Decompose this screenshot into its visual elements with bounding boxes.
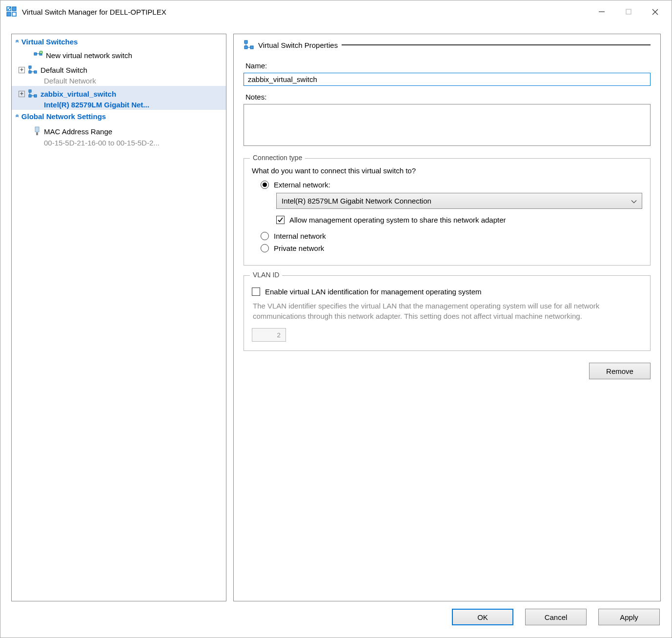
vlan-enable-checkbox[interactable] xyxy=(252,288,260,296)
new-switch-icon xyxy=(33,51,43,60)
nic-icon xyxy=(33,126,41,136)
radio-external[interactable] xyxy=(261,181,269,189)
apply-button[interactable]: Apply xyxy=(598,609,660,625)
switch-icon xyxy=(244,40,254,50)
tree-header-label: Global Network Settings xyxy=(21,112,106,121)
svg-rect-14 xyxy=(34,71,37,73)
left-tree-pane: » Virtual Switches New virtual network s… xyxy=(11,34,226,601)
vlan-group: VLAN ID Enable virtual LAN identificatio… xyxy=(244,275,651,351)
window-frame: Virtual Switch Manager for DELL-OPTIPLEX… xyxy=(0,0,672,638)
minimize-button[interactable] xyxy=(588,2,615,21)
switch-icon xyxy=(28,65,38,74)
cancel-button[interactable]: Cancel xyxy=(525,609,587,625)
switch-icon xyxy=(28,89,38,98)
app-icon xyxy=(6,6,17,17)
tree-header-label: Virtual Switches xyxy=(21,38,78,46)
tree-item-mac-range[interactable]: MAC Address Range 00-15-5D-21-16-00 to 0… xyxy=(12,123,226,148)
svg-rect-16 xyxy=(29,95,31,97)
tree-item-default-switch[interactable]: + Default Switch Default Network xyxy=(12,62,226,86)
collapse-icon: » xyxy=(13,41,20,42)
expand-icon[interactable]: + xyxy=(19,67,25,73)
svg-rect-5 xyxy=(626,9,631,14)
tree-item-new-switch[interactable]: New virtual network switch xyxy=(12,48,226,62)
svg-rect-1 xyxy=(12,7,16,11)
connection-prompt: What do you want to connect this virtual… xyxy=(252,166,642,175)
window-controls xyxy=(588,2,669,21)
radio-private-label: Private network xyxy=(274,244,324,252)
tree-item-label: Default Switch xyxy=(41,66,87,74)
radio-external-label: External network: xyxy=(274,181,330,189)
vlan-enable-label: Enable virtual LAN identification for ma… xyxy=(265,288,482,296)
radio-private-row[interactable]: Private network xyxy=(252,244,642,252)
chevron-down-icon xyxy=(631,197,637,205)
collapse-icon: » xyxy=(13,116,20,117)
divider xyxy=(342,44,651,45)
svg-rect-18 xyxy=(35,127,39,132)
svg-rect-19 xyxy=(36,132,38,135)
notes-label: Notes: xyxy=(245,93,651,101)
expand-icon[interactable]: + xyxy=(19,91,25,97)
tree-item-sublabel: Intel(R) 82579LM Gigabit Net... xyxy=(12,101,226,109)
svg-rect-20 xyxy=(244,41,247,43)
allow-mgmt-checkbox[interactable] xyxy=(276,216,285,224)
tree-item-sublabel: 00-15-5D-21-16-00 to 00-15-5D-2... xyxy=(12,139,226,147)
ok-button[interactable]: OK xyxy=(452,609,513,625)
section-header: Virtual Switch Properties xyxy=(244,40,651,50)
vlan-enable-row[interactable]: Enable virtual LAN identification for ma… xyxy=(252,288,642,296)
tree-item-label: MAC Address Range xyxy=(44,127,112,136)
adapter-select[interactable]: Intel(R) 82579LM Gigabit Network Connect… xyxy=(276,193,642,209)
group-legend: Connection type xyxy=(250,154,305,162)
titlebar[interactable]: Virtual Switch Manager for DELL-OPTIPLEX xyxy=(0,0,672,23)
tree-header-virtual-switches[interactable]: » Virtual Switches xyxy=(12,35,226,48)
svg-rect-2 xyxy=(7,12,11,16)
radio-internal-row[interactable]: Internal network xyxy=(252,232,642,240)
name-label: Name: xyxy=(245,62,651,70)
group-legend: VLAN ID xyxy=(250,271,282,279)
connection-type-group: Connection type What do you want to conn… xyxy=(244,158,651,266)
tree-item-zabbix-switch[interactable]: + zabbix_virtual_switch Intel(R) 82579LM… xyxy=(12,86,226,110)
radio-private[interactable] xyxy=(261,244,269,252)
right-properties-pane: Virtual Switch Properties Name: Notes: C… xyxy=(233,34,661,601)
allow-mgmt-label: Allow management operating system to sha… xyxy=(289,216,506,224)
tree-item-label: New virtual network switch xyxy=(46,51,132,60)
close-button[interactable] xyxy=(642,2,669,21)
notes-textarea[interactable] xyxy=(244,104,651,146)
svg-rect-13 xyxy=(29,71,31,73)
main-area: » Virtual Switches New virtual network s… xyxy=(0,23,672,606)
svg-rect-21 xyxy=(244,46,247,49)
svg-rect-8 xyxy=(34,53,37,55)
vlan-help-text: The VLAN identifier specifies the virtua… xyxy=(253,301,641,321)
window-title: Virtual Switch Manager for DELL-OPTIPLEX xyxy=(22,8,588,16)
maximize-button[interactable] xyxy=(615,2,642,21)
footer-buttons: OK Cancel Apply xyxy=(0,606,672,638)
remove-button[interactable]: Remove xyxy=(589,363,651,379)
tree-item-label: zabbix_virtual_switch xyxy=(41,90,116,98)
radio-internal[interactable] xyxy=(261,232,269,240)
name-input[interactable] xyxy=(244,73,651,86)
radio-external-row[interactable]: External network: xyxy=(252,181,642,189)
svg-rect-12 xyxy=(29,66,31,68)
radio-internal-label: Internal network xyxy=(274,232,326,240)
vlan-id-input xyxy=(252,328,286,342)
tree-item-sublabel: Default Network xyxy=(12,77,226,85)
svg-rect-17 xyxy=(34,95,37,97)
svg-rect-3 xyxy=(12,12,16,16)
svg-rect-15 xyxy=(29,90,31,92)
allow-mgmt-row[interactable]: Allow management operating system to sha… xyxy=(252,216,642,224)
section-title: Virtual Switch Properties xyxy=(258,41,338,49)
tree-header-global-network[interactable]: » Global Network Settings xyxy=(12,110,226,123)
adapter-select-value: Intel(R) 82579LM Gigabit Network Connect… xyxy=(282,197,431,205)
svg-rect-22 xyxy=(250,46,253,49)
